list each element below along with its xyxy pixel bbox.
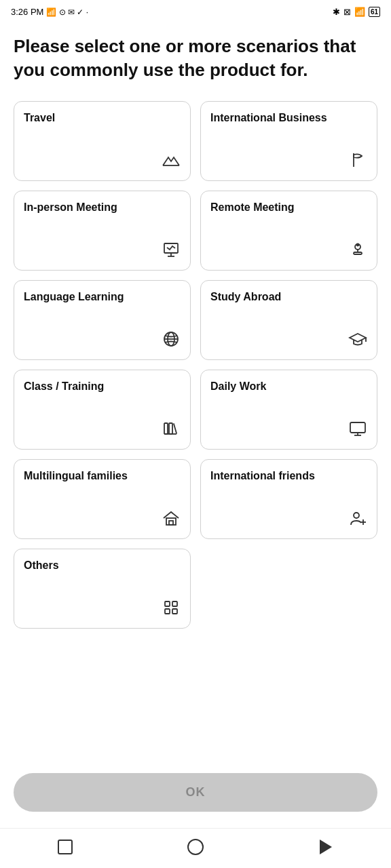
page-title: Please select one or more scenarios that…: [14, 35, 377, 82]
scenario-label-international-business: International Business: [210, 111, 367, 125]
scenario-label-language-learning: Language Learning: [24, 290, 181, 304]
scenario-card-in-person-meeting[interactable]: In-person Meeting: [14, 191, 191, 271]
svg-rect-24: [165, 601, 170, 606]
scenario-card-international-business[interactable]: International Business: [200, 101, 377, 181]
svg-rect-13: [164, 423, 168, 434]
scenario-label-others: Others: [24, 559, 181, 573]
svg-rect-14: [169, 423, 172, 434]
globe-icon: [162, 330, 181, 351]
scenario-card-others[interactable]: Others: [14, 549, 191, 629]
scenario-card-language-learning[interactable]: Language Learning: [14, 280, 191, 360]
grid-icon: [162, 598, 181, 620]
monitor-icon: [348, 419, 367, 441]
wifi-icon: 📶: [354, 7, 365, 17]
battery-icon: 61: [369, 7, 380, 17]
home-icon: [162, 509, 181, 530]
ok-button[interactable]: OK: [14, 773, 377, 812]
nav-bar: [0, 828, 391, 868]
svg-rect-20: [169, 521, 173, 525]
svg-rect-6: [354, 252, 362, 254]
signal-icons: 📶 ⊙ ✉ ✓ ·: [46, 7, 88, 17]
graduation-icon: [348, 330, 367, 351]
add-person-icon: [348, 509, 367, 530]
svg-rect-26: [165, 609, 170, 614]
scenario-label-remote-meeting: Remote Meeting: [210, 201, 367, 215]
svg-marker-11: [350, 334, 366, 342]
scenario-label-international-friends: International friends: [210, 469, 367, 484]
nav-square-icon: [58, 840, 73, 854]
mountain-icon: [162, 151, 181, 172]
scenario-label-class-training: Class / Training: [24, 380, 181, 394]
svg-point-21: [354, 513, 359, 518]
main-content: Please select one or more scenarios that…: [0, 21, 391, 762]
svg-rect-27: [172, 609, 177, 614]
scenarios-grid: Travel International Business In-person …: [14, 101, 377, 629]
scenario-card-multilingual-families[interactable]: Multilingual families: [14, 459, 191, 539]
books-icon: [162, 419, 181, 441]
bluetooth-icon: ✱: [333, 7, 340, 17]
svg-rect-25: [172, 601, 177, 606]
scenario-label-daily-work: Daily Work: [210, 380, 367, 394]
nav-recents-button[interactable]: [317, 838, 335, 856]
nav-back-button[interactable]: [56, 838, 74, 856]
camera-icon: [348, 240, 367, 262]
time-display: 3:26 PM: [11, 7, 43, 17]
scenario-card-study-abroad[interactable]: Study Abroad: [200, 280, 377, 360]
status-bar: 3:26 PM 📶 ⊙ ✉ ✓ · ✱ ⊠ 📶 61: [0, 0, 391, 21]
status-left: 3:26 PM 📶 ⊙ ✉ ✓ ·: [11, 7, 88, 17]
scenario-card-travel[interactable]: Travel: [14, 101, 191, 181]
scenario-label-study-abroad: Study Abroad: [210, 290, 367, 304]
status-right: ✱ ⊠ 📶 61: [333, 7, 380, 17]
nav-home-button[interactable]: [187, 838, 204, 856]
scenario-card-remote-meeting[interactable]: Remote Meeting: [200, 191, 377, 271]
svg-rect-16: [350, 422, 365, 433]
sim-icon: ⊠: [343, 7, 351, 17]
flag-icon: [348, 151, 367, 172]
svg-point-7: [357, 244, 359, 246]
svg-rect-19: [166, 518, 176, 525]
scenario-label-multilingual-families: Multilingual families: [24, 469, 181, 484]
ok-button-container: OK: [0, 762, 391, 828]
scenario-label-travel: Travel: [24, 111, 181, 125]
scenario-label-in-person-meeting: In-person Meeting: [24, 201, 181, 215]
scenario-card-international-friends[interactable]: International friends: [200, 459, 377, 539]
nav-circle-icon: [187, 839, 204, 855]
nav-back-arrow-icon: [320, 840, 332, 854]
presentation-icon: [162, 240, 181, 262]
scenario-card-class-training[interactable]: Class / Training: [14, 370, 191, 450]
scenario-card-daily-work[interactable]: Daily Work: [200, 370, 377, 450]
